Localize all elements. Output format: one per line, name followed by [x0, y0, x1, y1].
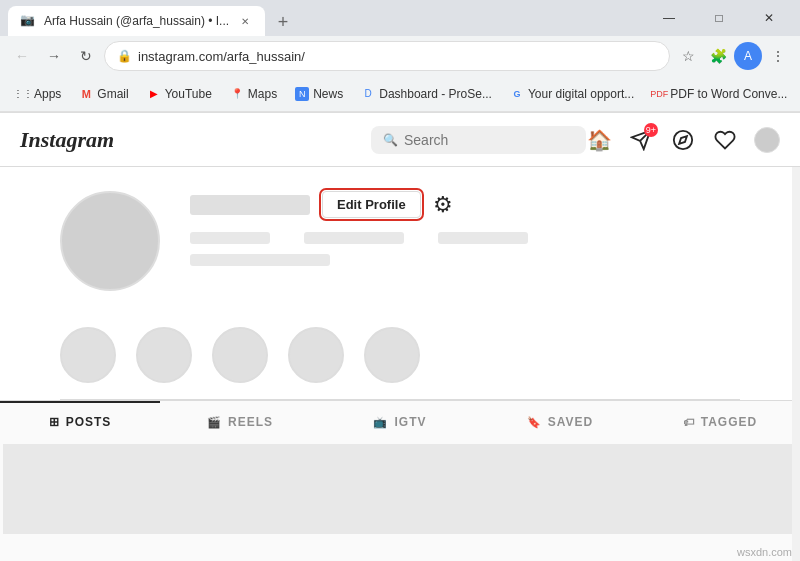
profile-nav-avatar[interactable] — [754, 127, 780, 153]
explore-nav-icon[interactable] — [670, 127, 696, 153]
highlight-item-2[interactable] — [136, 327, 192, 383]
bookmark-pdf-label: PDF to Word Conve... — [670, 87, 787, 101]
highlight-circle-2 — [136, 327, 192, 383]
lock-icon: 🔒 — [117, 49, 132, 63]
address-bar: ← → ↻ 🔒 instagram.com/arfa_hussain/ ☆ 🧩 … — [0, 36, 800, 76]
bookmark-google[interactable]: G Your digital opport... — [502, 83, 642, 105]
home-nav-icon[interactable]: 🏠 — [586, 127, 612, 153]
google-favicon: G — [510, 87, 524, 101]
close-tab-button[interactable]: ✕ — [237, 13, 253, 29]
search-input[interactable] — [404, 132, 564, 148]
bookmark-star-button[interactable]: ☆ — [674, 42, 702, 70]
highlight-circle — [60, 327, 116, 383]
bookmark-youtube[interactable]: ▶ YouTube — [139, 83, 220, 105]
instagram-logo: Instagram — [20, 127, 371, 153]
tab-posts[interactable]: ⊞ POSTS — [0, 401, 160, 441]
posts-grid-placeholder — [3, 444, 797, 534]
profile-top: Edit Profile ⚙ — [60, 191, 740, 311]
bookmark-gmail[interactable]: M Gmail — [71, 83, 136, 105]
bookmark-gmail-label: Gmail — [97, 87, 128, 101]
scrollbar[interactable] — [792, 113, 800, 561]
title-bar: 📷 Arfa Hussain (@arfa_hussain) • I... ✕ … — [0, 0, 800, 36]
highlight-item-3[interactable] — [212, 327, 268, 383]
bio-name-blurred — [190, 254, 330, 266]
bookmark-dashboard[interactable]: D Dashboard - ProSe... — [353, 83, 500, 105]
svg-point-2 — [674, 130, 692, 148]
bookmark-maps-label: Maps — [248, 87, 277, 101]
watermark: wsxdn.com — [737, 546, 792, 558]
tagged-tab-icon: 🏷 — [683, 416, 695, 428]
news-favicon: N — [295, 87, 309, 101]
bookmark-google-label: Your digital opport... — [528, 87, 634, 101]
posts-tab-label: POSTS — [66, 415, 112, 429]
settings-icon[interactable]: ⚙ — [433, 192, 453, 218]
bookmark-dashboard-label: Dashboard - ProSe... — [379, 87, 492, 101]
browser-tab[interactable]: 📷 Arfa Hussain (@arfa_hussain) • I... ✕ — [8, 6, 265, 36]
highlight-item-5[interactable] — [364, 327, 420, 383]
bookmark-maps[interactable]: 📍 Maps — [222, 83, 285, 105]
posts-tab-icon: ⊞ — [49, 415, 60, 429]
highlight-item-4[interactable] — [288, 327, 344, 383]
window-controls: — □ ✕ — [646, 3, 792, 33]
edit-profile-button[interactable]: Edit Profile — [322, 191, 421, 218]
notification-badge: 9+ — [644, 123, 658, 137]
profile-button[interactable]: A — [734, 42, 762, 70]
tagged-tab-label: TAGGED — [701, 415, 757, 429]
close-button[interactable]: ✕ — [746, 3, 792, 33]
heart-nav-icon[interactable] — [712, 127, 738, 153]
extension-button[interactable]: 🧩 — [704, 42, 732, 70]
saved-tab-label: SAVED — [548, 415, 593, 429]
tab-favicon: 📷 — [20, 13, 36, 29]
new-tab-button[interactable]: + — [269, 8, 297, 36]
tab-area: 📷 Arfa Hussain (@arfa_hussain) • I... ✕ … — [8, 0, 297, 36]
instagram-nav: 🏠 9+ — [586, 127, 780, 153]
profile-stats — [190, 232, 740, 244]
address-input-wrap[interactable]: 🔒 instagram.com/arfa_hussain/ — [104, 41, 670, 71]
gmail-favicon: M — [79, 87, 93, 101]
address-actions: ☆ 🧩 A ⋮ — [674, 42, 792, 70]
tab-saved[interactable]: 🔖 SAVED — [480, 401, 640, 441]
search-icon: 🔍 — [383, 133, 398, 147]
browser-chrome: 📷 Arfa Hussain (@arfa_hussain) • I... ✕ … — [0, 0, 800, 113]
tab-reels[interactable]: 🎬 REELS — [160, 401, 320, 441]
igtv-tab-icon: 📺 — [373, 416, 388, 429]
dashboard-favicon: D — [361, 87, 375, 101]
minimize-button[interactable]: — — [646, 3, 692, 33]
profile-info: Edit Profile ⚙ — [190, 191, 740, 266]
posts-grid — [0, 441, 800, 537]
username-row: Edit Profile ⚙ — [190, 191, 740, 218]
address-text: instagram.com/arfa_hussain/ — [138, 49, 657, 64]
bookmark-news[interactable]: N News — [287, 83, 351, 105]
bookmark-news-label: News — [313, 87, 343, 101]
profile-avatar-wrap — [60, 191, 160, 291]
pdf-favicon: PDF — [652, 87, 666, 101]
profile-bio — [190, 254, 740, 266]
forward-button[interactable]: → — [40, 42, 68, 70]
tab-tagged[interactable]: 🏷 TAGGED — [640, 401, 800, 441]
tab-igtv[interactable]: 📺 IGTV — [320, 401, 480, 441]
reels-tab-icon: 🎬 — [207, 416, 222, 429]
profile-section: Edit Profile ⚙ — [0, 167, 800, 400]
instagram-header: Instagram 🔍 🏠 9+ — [0, 113, 800, 167]
instagram-tabs: ⊞ POSTS 🎬 REELS 📺 IGTV 🔖 SAVED 🏷 TAGGED — [0, 400, 800, 441]
svg-marker-3 — [679, 136, 687, 144]
instagram-page: Instagram 🔍 🏠 9+ — [0, 113, 800, 561]
bookmark-youtube-label: YouTube — [165, 87, 212, 101]
highlight-circle-4 — [288, 327, 344, 383]
instagram-search[interactable]: 🔍 — [371, 126, 586, 154]
igtv-tab-label: IGTV — [394, 415, 426, 429]
highlight-item[interactable] — [60, 327, 116, 383]
followers-stat-blurred — [304, 232, 404, 244]
username-blurred — [190, 195, 310, 215]
menu-button[interactable]: ⋮ — [764, 42, 792, 70]
story-highlights — [60, 311, 740, 400]
refresh-button[interactable]: ↻ — [72, 42, 100, 70]
maximize-button[interactable]: □ — [696, 3, 742, 33]
saved-tab-icon: 🔖 — [527, 416, 542, 429]
following-stat-blurred — [438, 232, 528, 244]
bookmark-pdf[interactable]: PDF PDF to Word Conve... — [644, 83, 795, 105]
back-button[interactable]: ← — [8, 42, 36, 70]
send-nav-icon[interactable]: 9+ — [628, 127, 654, 153]
apps-favicon: ⋮⋮ — [16, 87, 30, 101]
bookmark-apps[interactable]: ⋮⋮ Apps — [8, 83, 69, 105]
